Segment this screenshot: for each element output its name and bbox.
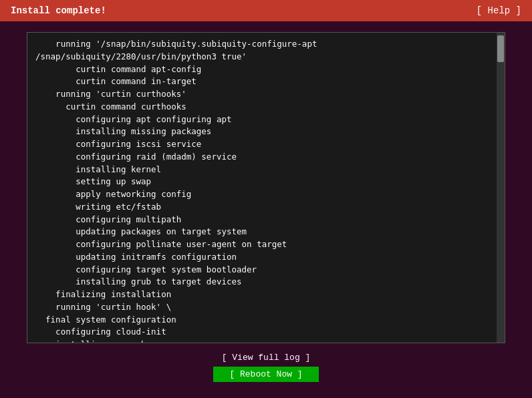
title-text: Install complete! xyxy=(11,5,106,16)
log-text: running '/snap/bin/subiquity.subiquity-c… xyxy=(27,33,497,343)
log-container: running '/snap/bin/subiquity.subiquity-c… xyxy=(27,32,505,343)
reboot-now-button[interactable]: [ Reboot Now ] xyxy=(213,367,318,382)
view-log-button[interactable]: [ View full log ] xyxy=(217,351,316,364)
title-bar: Install complete! [ Help ] xyxy=(0,0,532,21)
help-button[interactable]: [ Help ] xyxy=(477,5,521,16)
scrollbar[interactable] xyxy=(497,33,505,343)
main-content: running '/snap/bin/subiquity.subiquity-c… xyxy=(0,21,532,398)
buttons-area: [ View full log ] [ Reboot Now ] xyxy=(213,343,318,387)
scrollbar-thumb xyxy=(497,35,504,62)
